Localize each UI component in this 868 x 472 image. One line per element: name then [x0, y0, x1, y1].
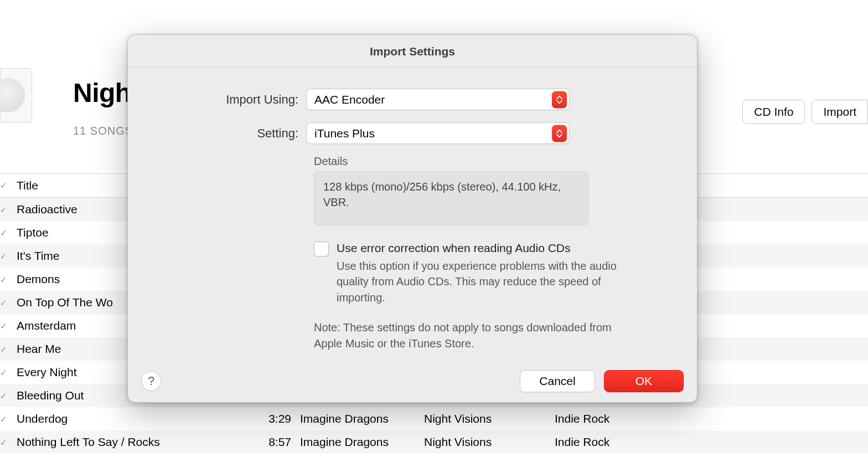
- setting-select[interactable]: iTunes Plus: [306, 122, 570, 144]
- track-checkbox[interactable]: ✓: [0, 320, 13, 331]
- ok-button[interactable]: OK: [604, 370, 684, 392]
- track-checkbox[interactable]: ✓: [0, 204, 13, 215]
- details-box: 128 kbps (mono)/256 kbps (stereo), 44.10…: [314, 171, 588, 225]
- track-title: Underdog: [13, 412, 251, 425]
- track-artist: Imagine Dragons: [291, 435, 424, 449]
- track-album: Night Visions: [424, 435, 555, 449]
- details-label: Details: [314, 155, 675, 168]
- track-row[interactable]: ✓Nothing Left To Say / Rocks8:57Imagine …: [0, 430, 868, 454]
- track-title: Nothing Left To Say / Rocks: [13, 435, 251, 449]
- chevron-updown-icon: [552, 91, 567, 108]
- import-using-label: Import Using:: [150, 93, 306, 107]
- track-genre: Indie Rock: [555, 435, 665, 449]
- track-checkbox[interactable]: ✓: [0, 367, 13, 378]
- import-using-value: AAC Encoder: [314, 93, 385, 106]
- cd-info-button[interactable]: CD Info: [742, 100, 805, 124]
- track-checkbox[interactable]: ✓: [0, 413, 13, 424]
- album-title: Nigh: [73, 78, 131, 108]
- track-time: 3:29: [251, 412, 291, 425]
- error-correction-description: Use this option if you experience proble…: [337, 258, 619, 305]
- track-checkbox[interactable]: ✓: [0, 437, 13, 448]
- track-checkbox[interactable]: ✓: [0, 274, 13, 285]
- track-checkbox[interactable]: ✓: [0, 343, 13, 355]
- track-time: 8:57: [251, 435, 291, 449]
- cancel-button[interactable]: Cancel: [520, 370, 595, 392]
- track-album: Night Visions: [424, 412, 555, 425]
- setting-value: iTunes Plus: [314, 127, 375, 140]
- track-row[interactable]: ✓Underdog3:29Imagine DragonsNight Vision…: [0, 407, 868, 430]
- help-button[interactable]: ?: [141, 371, 161, 391]
- track-genre: Indie Rock: [555, 412, 665, 425]
- dialog-title: Import Settings: [128, 35, 697, 68]
- setting-label: Setting:: [150, 126, 306, 141]
- column-title[interactable]: Title: [13, 179, 38, 192]
- cd-icon-box: [0, 68, 32, 122]
- track-artist: Imagine Dragons: [291, 412, 424, 425]
- track-checkbox[interactable]: ✓: [0, 390, 13, 401]
- track-checkbox[interactable]: ✓: [0, 250, 13, 261]
- chevron-updown-icon: [552, 125, 567, 142]
- error-correction-checkbox[interactable]: [314, 242, 329, 256]
- songs-count: 11 SONGS: [73, 125, 133, 137]
- column-check[interactable]: ✓: [0, 181, 13, 191]
- import-using-select[interactable]: AAC Encoder: [306, 89, 570, 110]
- cd-icon: [0, 78, 25, 112]
- track-checkbox[interactable]: ✓: [0, 297, 13, 308]
- settings-note: Note: These settings do not apply to son…: [314, 320, 612, 351]
- import-cd-button[interactable]: Import: [812, 100, 868, 124]
- track-checkbox[interactable]: ✓: [0, 227, 13, 238]
- error-correction-label: Use error correction when reading Audio …: [337, 241, 619, 255]
- import-settings-dialog: Import Settings Import Using: AAC Encode…: [127, 34, 698, 403]
